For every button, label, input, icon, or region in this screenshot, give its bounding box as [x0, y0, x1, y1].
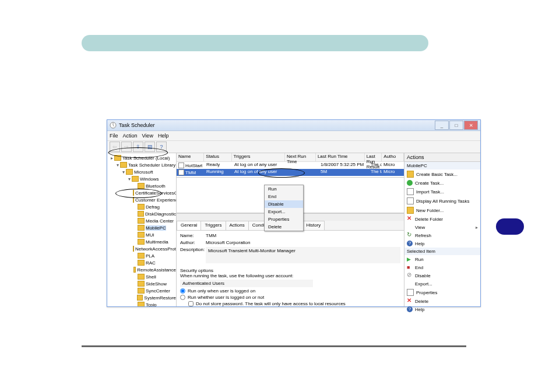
help-icon: ?: [407, 306, 413, 312]
action-new-folder[interactable]: New Folder...: [404, 206, 480, 215]
tree-item[interactable]: Media Center: [107, 217, 176, 224]
submenu-arrow-icon: ▸: [476, 225, 478, 230]
action-disable[interactable]: ⊘Disable: [404, 271, 480, 280]
tab-triggers[interactable]: Triggers: [200, 221, 226, 230]
main-panel: Name Status Triggers Next Run Time Last …: [177, 153, 404, 306]
delete-icon: ✕: [407, 298, 413, 304]
action-refresh[interactable]: ↻Refresh: [404, 231, 480, 239]
tree-item[interactable]: Customer Experience Improv: [107, 196, 176, 203]
ctx-end[interactable]: End: [265, 193, 303, 200]
task-scheduler-window: Task Scheduler _ □ ✕ File Action View He…: [107, 119, 481, 307]
tree-item[interactable]: Defrag: [107, 203, 176, 210]
tab-actions[interactable]: Actions: [226, 221, 249, 230]
close-button[interactable]: ✕: [464, 121, 478, 130]
folder-icon: [138, 302, 145, 306]
context-menu[interactable]: Run End Disable Export... Properties Del…: [264, 185, 304, 231]
ctx-delete[interactable]: Delete: [265, 223, 303, 231]
task-row[interactable]: TMM Running At log on of any user 5M The…: [177, 169, 404, 176]
titlebar: Task Scheduler _ □ ✕: [107, 120, 480, 131]
ctx-export[interactable]: Export...: [265, 208, 303, 216]
opt-run-whether[interactable]: Run whether user is logged on or not: [180, 295, 400, 300]
tree-item[interactable]: SideShow: [107, 280, 176, 287]
action-create-basic-task[interactable]: Create Basic Task...: [404, 169, 480, 179]
disable-icon: ⊘: [407, 273, 413, 278]
actions-pane: Actions MobilePC Create Basic Task... Cr…: [404, 153, 480, 306]
tree-item[interactable]: Tcpip: [107, 301, 176, 306]
tree-item[interactable]: RemoteAssistance: [107, 266, 176, 273]
security-options-line: When running the task, use the following…: [180, 273, 400, 278]
import-icon: [407, 188, 414, 195]
actions-header: Actions: [404, 153, 480, 162]
detail-author-value: Microsoft Corporation: [206, 240, 400, 245]
folder-icon: [120, 162, 127, 168]
app-icon: [110, 122, 117, 129]
tree-item[interactable]: Multimedia: [107, 238, 176, 245]
tree-item[interactable]: MobilePC: [107, 224, 176, 231]
forward-button[interactable]: ⇨: [121, 142, 132, 152]
action-import-task[interactable]: Import Task...: [404, 187, 480, 196]
task-list-header[interactable]: Name Status Triggers Next Run Time Last …: [177, 153, 404, 162]
action-display-running[interactable]: Display All Running Tasks: [404, 196, 480, 206]
column-status: Status: [204, 153, 231, 161]
action-properties[interactable]: Properties: [404, 288, 480, 297]
tree-item[interactable]: DiskDiagnostic: [107, 210, 176, 217]
folder-icon: [133, 246, 134, 252]
action-end[interactable]: ■End: [404, 263, 480, 271]
opt-run-logged-on[interactable]: Run only when user is logged on: [180, 288, 400, 294]
tree-item[interactable]: MUI: [107, 231, 176, 238]
end-icon: ■: [407, 264, 413, 270]
tree-item[interactable]: SyncCenter: [107, 287, 176, 294]
task-list[interactable]: HotStart Ready At log on of any user 1/8…: [177, 162, 404, 178]
security-options-header: Security options: [180, 268, 400, 273]
folder-icon: [133, 267, 136, 273]
ctx-run[interactable]: Run: [265, 185, 303, 193]
action-help[interactable]: ?Help: [404, 239, 480, 248]
folder-icon: [138, 281, 145, 287]
action-view[interactable]: View▸: [404, 223, 480, 231]
task-row[interactable]: HotStart Ready At log on of any user 1/8…: [177, 162, 404, 169]
show-tree-button[interactable]: ▤: [145, 142, 155, 152]
column-triggers: Triggers: [232, 153, 285, 161]
action-run[interactable]: ▶Run: [404, 255, 480, 263]
minimize-button[interactable]: _: [435, 121, 449, 130]
tree-item[interactable]: NetworkAccessProtection: [107, 245, 176, 252]
actions-selected-header: Selected Item: [404, 248, 480, 255]
refresh-icon: ↻: [407, 232, 413, 238]
ctx-disable[interactable]: Disable: [265, 200, 303, 208]
action-delete[interactable]: ✕Delete: [404, 297, 480, 305]
folder-icon: [138, 204, 145, 210]
tree-item[interactable]: Shell: [107, 273, 176, 280]
task-icon: [407, 171, 414, 178]
help-button[interactable]: ?: [156, 142, 167, 152]
menu-view[interactable]: View: [142, 133, 153, 139]
maximize-button[interactable]: □: [449, 121, 463, 130]
folder-icon: [138, 225, 145, 231]
action-create-task[interactable]: Create Task...: [404, 179, 480, 187]
tree-item[interactable]: CertificateServicesClient: [107, 189, 176, 196]
menu-file[interactable]: File: [110, 133, 118, 139]
menu-help[interactable]: Help: [158, 133, 169, 139]
nav-tree[interactable]: ▸Task Scheduler (Local) ▾Task Scheduler …: [107, 153, 177, 306]
tree-item[interactable]: SystemRestore: [107, 294, 176, 301]
folder-icon: [138, 239, 145, 245]
up-button[interactable]: ⇧: [133, 142, 143, 152]
folder-icon: [133, 190, 134, 196]
tab-history[interactable]: History: [302, 221, 325, 230]
opt-no-password[interactable]: Do not store password. The task will onl…: [188, 301, 400, 306]
back-button[interactable]: ⇦: [110, 142, 120, 152]
menu-action[interactable]: Action: [123, 133, 138, 139]
action-export[interactable]: Export...: [404, 280, 480, 288]
tab-general[interactable]: General: [177, 221, 201, 230]
ctx-properties[interactable]: Properties: [265, 216, 303, 223]
folder-icon: [132, 176, 139, 182]
folder-icon: [138, 218, 145, 224]
tree-item[interactable]: RAC: [107, 259, 176, 266]
task-icon: [178, 163, 184, 168]
new-folder-icon: [407, 207, 414, 214]
task-icon: [178, 169, 184, 175]
action-delete-folder[interactable]: ✕Delete Folder: [404, 215, 480, 223]
action-help-selected[interactable]: ?Help: [404, 305, 480, 313]
tree-item[interactable]: Bluetooth: [107, 182, 176, 189]
folder-icon: [138, 211, 145, 217]
tree-item[interactable]: PLA: [107, 252, 176, 259]
